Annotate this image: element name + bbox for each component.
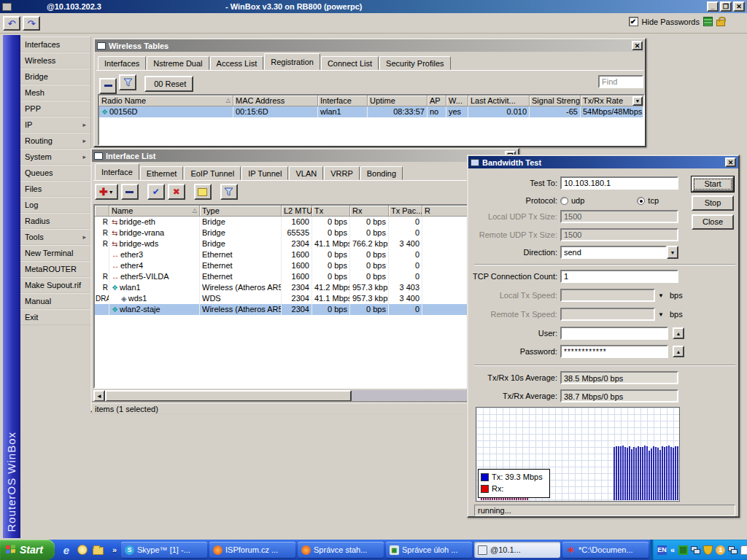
tab-interfaces[interactable]: Interfaces xyxy=(98,56,146,70)
remove-button[interactable] xyxy=(121,184,139,200)
test-to-input[interactable] xyxy=(560,176,678,190)
table-row[interactable]: R↔ether5-VILDAEthernet16000 bps0 bps0 xyxy=(95,271,516,282)
sidebar-item-log[interactable]: Log xyxy=(20,197,90,213)
taskbar-task-c-documen[interactable]: ✶*C:\Documen... xyxy=(562,542,649,558)
table-row[interactable]: ❖00156D00:15:6Dwlan108:33:57noyes0.010-6… xyxy=(99,106,643,117)
column-header-radio_name[interactable]: Radio Name△ xyxy=(99,96,233,106)
close-icon[interactable]: ✕ xyxy=(725,158,736,167)
undo-button[interactable]: ↶ xyxy=(3,16,20,31)
language-indicator[interactable]: EN xyxy=(657,545,667,555)
sidebar-item-queues[interactable]: Queues xyxy=(20,165,90,181)
disable-button[interactable]: ✖ xyxy=(168,184,185,200)
column-header-last_activity[interactable]: Last Activit... xyxy=(468,96,530,106)
scheduler-icon[interactable] xyxy=(77,545,88,555)
find-input[interactable] xyxy=(598,75,643,88)
close-button[interactable]: ✕ xyxy=(733,1,745,12)
column-header-txp[interactable]: Tx Pac... xyxy=(389,206,422,217)
sidebar-item-files[interactable]: Files xyxy=(20,181,90,197)
column-header-ap[interactable]: AP xyxy=(427,96,446,106)
hide-passwords-checkbox[interactable]: ✔ xyxy=(629,17,638,26)
scrollbar-thumb[interactable] xyxy=(105,390,352,402)
table-row[interactable]: ❖wlan2-stajeWireless (Atheros AR5...2304… xyxy=(95,304,516,315)
enable-button[interactable]: ✔ xyxy=(147,184,165,200)
sidebar-item-system[interactable]: System▸ xyxy=(20,149,90,165)
quick-launch-overflow-chevron[interactable]: » xyxy=(112,545,117,554)
taskbar-task-ispforum-cz[interactable]: ISPforum.cz ... xyxy=(209,542,295,558)
tab-bonding[interactable]: Bonding xyxy=(360,166,403,180)
sidebar-item-metarouter[interactable]: MetaROUTER xyxy=(20,261,90,277)
restore-button[interactable]: ❐ xyxy=(720,1,732,12)
direction-select[interactable] xyxy=(560,246,667,259)
scroll-left-button[interactable]: ◄ xyxy=(93,390,105,402)
add-button[interactable]: ✚▼ xyxy=(95,184,118,200)
close-button[interactable]: Close xyxy=(692,214,734,230)
tab-ip-tunnel[interactable]: IP Tunnel xyxy=(241,166,288,180)
sidebar-item-ppp[interactable]: PPP xyxy=(20,101,90,117)
tcp-connection-count-input[interactable] xyxy=(560,270,678,283)
tab-connect-list[interactable]: Connect List xyxy=(321,56,379,70)
sidebar-item-exit[interactable]: Exit xyxy=(20,309,90,325)
sidebar-item-interfaces[interactable]: Interfaces xyxy=(20,36,90,52)
sidebar-item-new-terminal[interactable]: New Terminal xyxy=(20,245,90,261)
column-header-mac[interactable]: MAC Address xyxy=(233,96,318,106)
bandwidth-test-titlebar[interactable]: Bandwidth Test ✕ xyxy=(468,156,738,168)
remove-button[interactable] xyxy=(99,78,117,94)
reset-button[interactable]: 00 Reset xyxy=(144,76,193,92)
tab-registration[interactable]: Registration xyxy=(264,53,320,70)
network-icon[interactable] xyxy=(691,545,700,555)
column-header-type[interactable]: Type xyxy=(200,206,282,217)
redo-button[interactable]: ↷ xyxy=(23,16,40,31)
tray-chevron[interactable]: « xyxy=(670,545,675,554)
tab-access-list[interactable]: Access List xyxy=(210,56,264,70)
tab-ethernet[interactable]: Ethernet xyxy=(140,166,184,180)
collapse-up-icon[interactable]: ▲ xyxy=(673,327,684,339)
tab-vlan[interactable]: VLAN xyxy=(289,166,323,180)
shield-icon[interactable] xyxy=(703,545,713,555)
table-row[interactable]: R⇆bridge-vranaBridge655350 bps0 bps0 xyxy=(95,228,516,238)
start-button[interactable]: Start xyxy=(0,540,55,560)
comment-button[interactable] xyxy=(194,184,212,200)
interface-list-titlebar[interactable]: Interface List ❐ xyxy=(92,149,518,162)
update-badge-icon[interactable]: 1 xyxy=(716,545,725,555)
protocol-udp-radio[interactable] xyxy=(560,197,568,205)
sidebar-item-wireless[interactable]: Wireless xyxy=(20,52,90,69)
column-header-name[interactable]: Name△ xyxy=(109,206,200,217)
sidebar-item-ip[interactable]: IP▸ xyxy=(20,117,90,133)
column-header-flag[interactable] xyxy=(95,206,109,217)
sidebar-item-make-supout-rif[interactable]: Make Supout.rif xyxy=(20,277,90,293)
stop-button[interactable]: Stop xyxy=(692,195,734,211)
green-app-icon[interactable] xyxy=(678,545,688,555)
user-input[interactable] xyxy=(560,327,668,340)
tab-interface[interactable]: Interface xyxy=(95,163,139,180)
table-row[interactable]: DRA◈wds1WDS230441.1 Mbps957.3 kbps3 400 xyxy=(95,293,516,304)
filter-button[interactable] xyxy=(119,74,136,90)
sidebar-item-routing[interactable]: Routing▸ xyxy=(20,133,90,149)
collapse-up-icon[interactable]: ▲ xyxy=(673,346,684,357)
taskbar-task-10-1[interactable]: @10.1... xyxy=(474,542,560,558)
network-icon[interactable] xyxy=(728,545,738,555)
filter-button[interactable] xyxy=(220,184,238,200)
taskbar-task-spr-vce-loh[interactable]: ▦Správce úloh ... xyxy=(386,542,472,558)
table-row[interactable]: R⇆bridge-wdsBridge230441.1 Mbps766.2 kbp… xyxy=(95,238,516,249)
messenger-icon[interactable] xyxy=(740,545,747,555)
minimize-button[interactable]: _ xyxy=(707,1,719,12)
close-icon[interactable]: ✕ xyxy=(632,41,643,50)
table-row[interactable]: ↔ether3Ethernet16000 bps0 bps0 xyxy=(95,249,516,260)
tab-vrrp[interactable]: VRRP xyxy=(324,166,360,180)
folder-icon[interactable] xyxy=(93,547,104,555)
column-header-l2mtu[interactable]: L2 MTU xyxy=(282,206,312,217)
password-input[interactable] xyxy=(560,345,668,358)
table-row[interactable]: ↔ether4Ethernet16000 bps0 bps0 xyxy=(95,260,516,271)
tab-security-profiles[interactable]: Security Profiles xyxy=(379,56,450,70)
table-row[interactable]: R⇆bridge-ethBridge16000 bps0 bps0 xyxy=(95,217,516,228)
sidebar-item-mesh[interactable]: Mesh xyxy=(20,85,90,101)
sidebar-item-bridge[interactable]: Bridge xyxy=(20,69,90,85)
column-header-iface[interactable]: Interface xyxy=(318,96,368,106)
column-header-signal[interactable]: Signal Strengt... xyxy=(530,96,581,106)
column-header-uptime[interactable]: Uptime xyxy=(368,96,427,106)
column-header-rx[interactable]: Rx xyxy=(350,206,389,217)
column-header-w[interactable]: W... xyxy=(446,96,468,106)
column-select-button[interactable]: ▼ xyxy=(632,96,643,106)
horizontal-scrollbar[interactable]: ◄ xyxy=(93,390,518,402)
protocol-tcp-radio[interactable] xyxy=(637,197,645,205)
